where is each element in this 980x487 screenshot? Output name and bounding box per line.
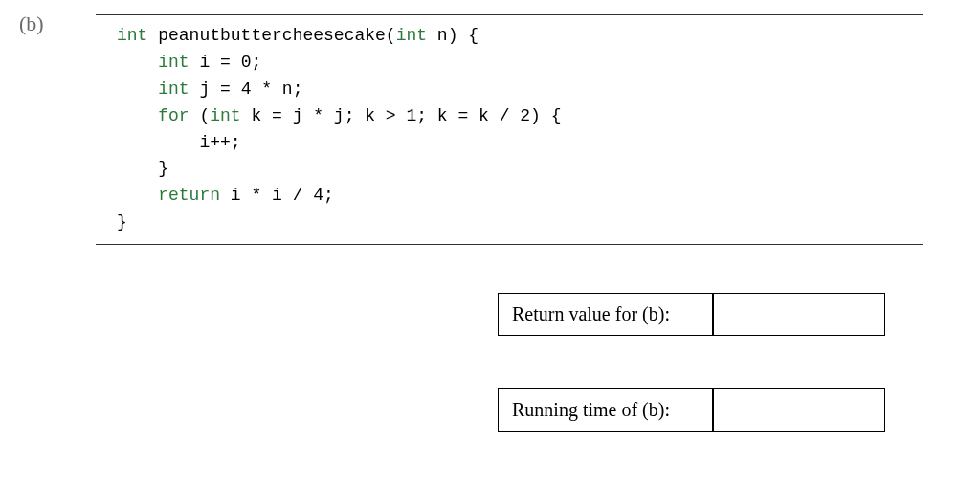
code-text: n) { [427,26,479,45]
code-line-3: int j = 4 * n; [117,77,923,103]
code-line-2: int i = 0; [117,50,923,77]
code-text: peanutbuttercheesecake( [147,26,395,45]
keyword-for: for [158,106,189,125]
return-value-label: Return value for (b): [498,293,713,336]
keyword-int: int [158,79,189,99]
code-line-1: int peanutbuttercheesecake(int n) { [117,23,923,50]
keyword-int: int [396,26,427,45]
code-text: k = j * j; k > 1; k = k / 2) { [241,106,562,125]
code-text: i * i / 4; [220,186,334,205]
problem-container: (b) int peanutbuttercheesecake(int n) { … [0,0,980,487]
answer-boxes: Return value for (b): Running time of (b… [498,293,951,432]
code-line-8: } [117,210,923,236]
running-time-input[interactable] [713,388,885,432]
code-line-4: for (int k = j * j; k > 1; k = k / 2) { [117,103,923,130]
code-indent [117,106,158,125]
code-line-7: return i * i / 4; [117,183,923,210]
code-indent [117,53,158,72]
running-time-row: Running time of (b): [498,388,951,432]
keyword-int: int [210,106,240,125]
return-value-input[interactable] [713,293,885,336]
code-text: j = 4 * n; [189,79,303,99]
code-text: ( [189,106,211,125]
code-indent [117,79,158,99]
keyword-return: return [158,186,220,205]
code-line-5: i++; [117,130,923,157]
code-block: int peanutbuttercheesecake(int n) { int … [96,14,923,245]
keyword-int: int [117,26,147,45]
code-text: i = 0; [189,53,262,72]
keyword-int: int [158,53,189,72]
running-time-label: Running time of (b): [498,388,713,432]
code-line-6: } [117,156,923,183]
part-label: (b) [19,11,44,36]
return-value-row: Return value for (b): [498,293,951,336]
code-indent [117,186,158,205]
